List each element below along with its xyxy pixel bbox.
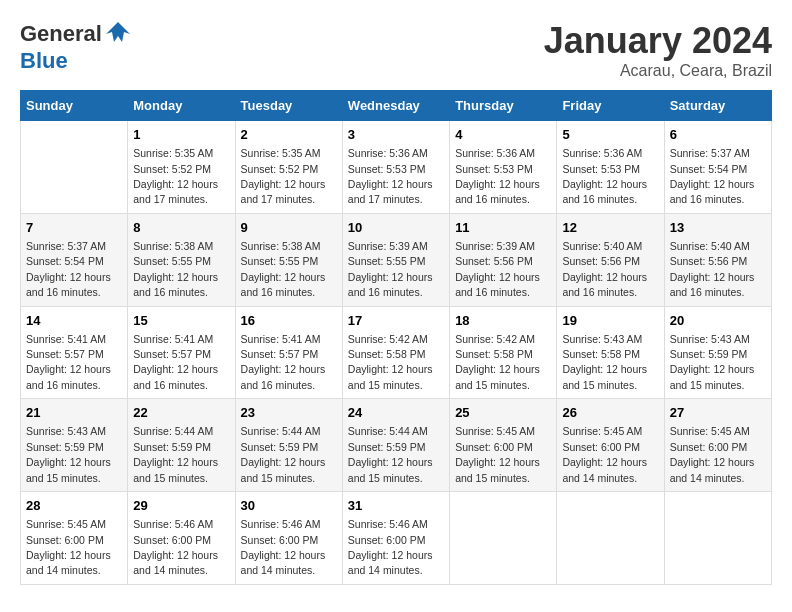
- day-info: Sunrise: 5:43 AM Sunset: 5:58 PM Dayligh…: [562, 333, 647, 391]
- calendar-cell: 25Sunrise: 5:45 AM Sunset: 6:00 PM Dayli…: [450, 399, 557, 492]
- day-number: 10: [348, 219, 444, 237]
- calendar-cell: 15Sunrise: 5:41 AM Sunset: 5:57 PM Dayli…: [128, 306, 235, 399]
- calendar-cell: [450, 492, 557, 585]
- day-info: Sunrise: 5:41 AM Sunset: 5:57 PM Dayligh…: [133, 333, 218, 391]
- day-number: 11: [455, 219, 551, 237]
- calendar-cell: 12Sunrise: 5:40 AM Sunset: 5:56 PM Dayli…: [557, 213, 664, 306]
- calendar-cell: 31Sunrise: 5:46 AM Sunset: 6:00 PM Dayli…: [342, 492, 449, 585]
- calendar-cell: 16Sunrise: 5:41 AM Sunset: 5:57 PM Dayli…: [235, 306, 342, 399]
- calendar-cell: 24Sunrise: 5:44 AM Sunset: 5:59 PM Dayli…: [342, 399, 449, 492]
- calendar-cell: 19Sunrise: 5:43 AM Sunset: 5:58 PM Dayli…: [557, 306, 664, 399]
- calendar-week-1: 1Sunrise: 5:35 AM Sunset: 5:52 PM Daylig…: [21, 121, 772, 214]
- day-number: 21: [26, 404, 122, 422]
- calendar-week-3: 14Sunrise: 5:41 AM Sunset: 5:57 PM Dayli…: [21, 306, 772, 399]
- calendar-cell: 4Sunrise: 5:36 AM Sunset: 5:53 PM Daylig…: [450, 121, 557, 214]
- logo-blue-text: Blue: [20, 48, 68, 74]
- day-number: 18: [455, 312, 551, 330]
- day-number: 28: [26, 497, 122, 515]
- day-info: Sunrise: 5:46 AM Sunset: 6:00 PM Dayligh…: [348, 518, 433, 576]
- day-info: Sunrise: 5:36 AM Sunset: 5:53 PM Dayligh…: [562, 147, 647, 205]
- day-info: Sunrise: 5:36 AM Sunset: 5:53 PM Dayligh…: [455, 147, 540, 205]
- day-info: Sunrise: 5:46 AM Sunset: 6:00 PM Dayligh…: [133, 518, 218, 576]
- calendar-week-4: 21Sunrise: 5:43 AM Sunset: 5:59 PM Dayli…: [21, 399, 772, 492]
- day-number: 23: [241, 404, 337, 422]
- day-info: Sunrise: 5:37 AM Sunset: 5:54 PM Dayligh…: [670, 147, 755, 205]
- day-info: Sunrise: 5:41 AM Sunset: 5:57 PM Dayligh…: [26, 333, 111, 391]
- calendar-cell: 17Sunrise: 5:42 AM Sunset: 5:58 PM Dayli…: [342, 306, 449, 399]
- calendar-table: SundayMondayTuesdayWednesdayThursdayFrid…: [20, 90, 772, 585]
- calendar-week-2: 7Sunrise: 5:37 AM Sunset: 5:54 PM Daylig…: [21, 213, 772, 306]
- weekday-header-thursday: Thursday: [450, 91, 557, 121]
- logo-general-text: General: [20, 21, 102, 47]
- page-header: General Blue January 2024 Acarau, Ceara,…: [20, 20, 772, 80]
- calendar-cell: 29Sunrise: 5:46 AM Sunset: 6:00 PM Dayli…: [128, 492, 235, 585]
- day-info: Sunrise: 5:41 AM Sunset: 5:57 PM Dayligh…: [241, 333, 326, 391]
- weekday-header-tuesday: Tuesday: [235, 91, 342, 121]
- calendar-cell: 27Sunrise: 5:45 AM Sunset: 6:00 PM Dayli…: [664, 399, 771, 492]
- calendar-cell: [557, 492, 664, 585]
- day-info: Sunrise: 5:38 AM Sunset: 5:55 PM Dayligh…: [241, 240, 326, 298]
- day-number: 27: [670, 404, 766, 422]
- weekday-header-wednesday: Wednesday: [342, 91, 449, 121]
- day-number: 2: [241, 126, 337, 144]
- day-info: Sunrise: 5:37 AM Sunset: 5:54 PM Dayligh…: [26, 240, 111, 298]
- calendar-title: January 2024: [544, 20, 772, 62]
- day-number: 16: [241, 312, 337, 330]
- svg-marker-0: [106, 22, 130, 42]
- calendar-cell: 6Sunrise: 5:37 AM Sunset: 5:54 PM Daylig…: [664, 121, 771, 214]
- calendar-cell: 10Sunrise: 5:39 AM Sunset: 5:55 PM Dayli…: [342, 213, 449, 306]
- day-number: 9: [241, 219, 337, 237]
- calendar-subtitle: Acarau, Ceara, Brazil: [544, 62, 772, 80]
- day-number: 29: [133, 497, 229, 515]
- day-number: 25: [455, 404, 551, 422]
- day-number: 30: [241, 497, 337, 515]
- calendar-cell: [664, 492, 771, 585]
- day-info: Sunrise: 5:42 AM Sunset: 5:58 PM Dayligh…: [348, 333, 433, 391]
- day-info: Sunrise: 5:45 AM Sunset: 6:00 PM Dayligh…: [562, 425, 647, 483]
- weekday-header-friday: Friday: [557, 91, 664, 121]
- day-info: Sunrise: 5:35 AM Sunset: 5:52 PM Dayligh…: [133, 147, 218, 205]
- calendar-cell: 1Sunrise: 5:35 AM Sunset: 5:52 PM Daylig…: [128, 121, 235, 214]
- day-number: 13: [670, 219, 766, 237]
- calendar-cell: 2Sunrise: 5:35 AM Sunset: 5:52 PM Daylig…: [235, 121, 342, 214]
- day-number: 1: [133, 126, 229, 144]
- calendar-cell: 13Sunrise: 5:40 AM Sunset: 5:56 PM Dayli…: [664, 213, 771, 306]
- calendar-cell: 30Sunrise: 5:46 AM Sunset: 6:00 PM Dayli…: [235, 492, 342, 585]
- calendar-cell: 9Sunrise: 5:38 AM Sunset: 5:55 PM Daylig…: [235, 213, 342, 306]
- calendar-cell: 20Sunrise: 5:43 AM Sunset: 5:59 PM Dayli…: [664, 306, 771, 399]
- day-number: 15: [133, 312, 229, 330]
- day-info: Sunrise: 5:36 AM Sunset: 5:53 PM Dayligh…: [348, 147, 433, 205]
- day-number: 8: [133, 219, 229, 237]
- calendar-cell: [21, 121, 128, 214]
- day-info: Sunrise: 5:45 AM Sunset: 6:00 PM Dayligh…: [670, 425, 755, 483]
- calendar-cell: 22Sunrise: 5:44 AM Sunset: 5:59 PM Dayli…: [128, 399, 235, 492]
- day-info: Sunrise: 5:43 AM Sunset: 5:59 PM Dayligh…: [670, 333, 755, 391]
- day-info: Sunrise: 5:44 AM Sunset: 5:59 PM Dayligh…: [241, 425, 326, 483]
- calendar-cell: 11Sunrise: 5:39 AM Sunset: 5:56 PM Dayli…: [450, 213, 557, 306]
- title-section: January 2024 Acarau, Ceara, Brazil: [544, 20, 772, 80]
- day-number: 26: [562, 404, 658, 422]
- calendar-week-5: 28Sunrise: 5:45 AM Sunset: 6:00 PM Dayli…: [21, 492, 772, 585]
- day-info: Sunrise: 5:42 AM Sunset: 5:58 PM Dayligh…: [455, 333, 540, 391]
- day-number: 22: [133, 404, 229, 422]
- day-number: 20: [670, 312, 766, 330]
- day-info: Sunrise: 5:40 AM Sunset: 5:56 PM Dayligh…: [670, 240, 755, 298]
- day-info: Sunrise: 5:46 AM Sunset: 6:00 PM Dayligh…: [241, 518, 326, 576]
- logo: General Blue: [20, 20, 132, 74]
- day-info: Sunrise: 5:44 AM Sunset: 5:59 PM Dayligh…: [133, 425, 218, 483]
- day-number: 12: [562, 219, 658, 237]
- weekday-header-saturday: Saturday: [664, 91, 771, 121]
- logo-bird-icon: [104, 20, 132, 48]
- weekday-header-sunday: Sunday: [21, 91, 128, 121]
- day-number: 31: [348, 497, 444, 515]
- day-info: Sunrise: 5:43 AM Sunset: 5:59 PM Dayligh…: [26, 425, 111, 483]
- day-number: 24: [348, 404, 444, 422]
- day-info: Sunrise: 5:44 AM Sunset: 5:59 PM Dayligh…: [348, 425, 433, 483]
- calendar-cell: 23Sunrise: 5:44 AM Sunset: 5:59 PM Dayli…: [235, 399, 342, 492]
- calendar-cell: 21Sunrise: 5:43 AM Sunset: 5:59 PM Dayli…: [21, 399, 128, 492]
- day-number: 7: [26, 219, 122, 237]
- day-info: Sunrise: 5:45 AM Sunset: 6:00 PM Dayligh…: [26, 518, 111, 576]
- day-number: 14: [26, 312, 122, 330]
- day-info: Sunrise: 5:39 AM Sunset: 5:55 PM Dayligh…: [348, 240, 433, 298]
- calendar-cell: 18Sunrise: 5:42 AM Sunset: 5:58 PM Dayli…: [450, 306, 557, 399]
